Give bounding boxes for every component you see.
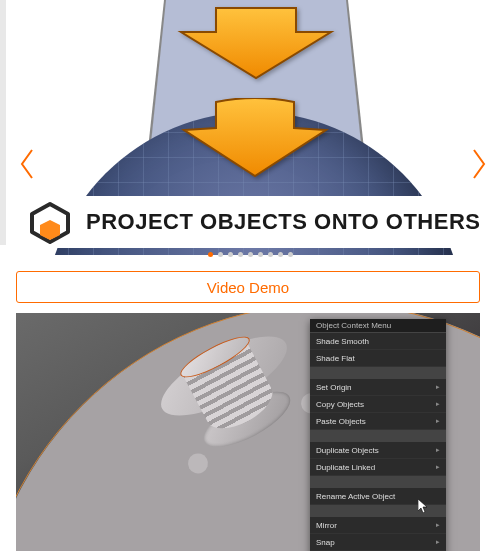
arrow-down-curved-icon (180, 98, 330, 180)
hero-title: PROJECT OBJECTS ONTO OTHERS (86, 209, 480, 235)
menu-item-label: Shade Smooth (316, 337, 369, 346)
menu-item[interactable]: Snap▸ (310, 534, 446, 551)
menu-separator (310, 476, 446, 488)
submenu-arrow-icon: ▸ (436, 521, 440, 529)
hero-title-strip: PROJECT OBJECTS ONTO OTHERS (26, 196, 476, 248)
product-logo-icon (26, 198, 74, 246)
menu-item-label: Duplicate Linked (316, 463, 375, 472)
menu-item-label: Shade Flat (316, 354, 355, 363)
menu-item-label: Set Origin (316, 383, 352, 392)
context-menu: Object Context Menu Shade SmoothShade Fl… (310, 319, 446, 551)
carousel-dot[interactable] (258, 252, 263, 257)
menu-item[interactable]: Duplicate Linked▸ (310, 459, 446, 476)
submenu-arrow-icon: ▸ (436, 463, 440, 471)
carousel-dot[interactable] (218, 252, 223, 257)
submenu-arrow-icon: ▸ (436, 400, 440, 408)
carousel-dot[interactable] (288, 252, 293, 257)
submenu-arrow-icon: ▸ (436, 538, 440, 546)
carousel-dot[interactable] (238, 252, 243, 257)
carousel-dot[interactable] (268, 252, 273, 257)
carousel-dot[interactable] (208, 252, 213, 257)
menu-item-label: Rename Active Object (316, 492, 395, 501)
menu-separator (310, 367, 446, 379)
menu-item[interactable]: Paste Objects▸ (310, 413, 446, 430)
menu-item[interactable]: Duplicate Objects▸ (310, 442, 446, 459)
carousel-dot[interactable] (278, 252, 283, 257)
carousel-dot[interactable] (248, 252, 253, 257)
menu-item-label: Duplicate Objects (316, 446, 379, 455)
menu-item-label: Paste Objects (316, 417, 366, 426)
carousel-dot[interactable] (228, 252, 233, 257)
menu-item-label: Copy Objects (316, 400, 364, 409)
submenu-arrow-icon: ▸ (436, 446, 440, 454)
submenu-arrow-icon: ▸ (436, 417, 440, 425)
carousel-next-button[interactable] (470, 148, 488, 180)
menu-item[interactable]: Set Origin▸ (310, 379, 446, 396)
context-menu-header: Object Context Menu (310, 319, 446, 333)
menu-item[interactable]: Shade Smooth (310, 333, 446, 350)
hero-carousel: PROJECT OBJECTS ONTO OTHERS (6, 0, 490, 255)
menu-item-label: Snap (316, 538, 335, 547)
menu-item-label: Mirror (316, 521, 337, 530)
menu-separator (310, 430, 446, 442)
menu-item[interactable]: Shade Flat (310, 350, 446, 367)
menu-item[interactable]: Copy Objects▸ (310, 396, 446, 413)
carousel-dots (0, 252, 500, 257)
screenshot-viewport: Object Context Menu Shade SmoothShade Fl… (16, 313, 480, 551)
cursor-icon (418, 499, 428, 513)
video-demo-button[interactable]: Video Demo (16, 271, 480, 303)
menu-item[interactable]: Mirror▸ (310, 517, 446, 534)
video-demo-label: Video Demo (207, 279, 289, 296)
carousel-prev-button[interactable] (18, 148, 36, 180)
arrow-down-icon (176, 4, 336, 82)
submenu-arrow-icon: ▸ (436, 383, 440, 391)
